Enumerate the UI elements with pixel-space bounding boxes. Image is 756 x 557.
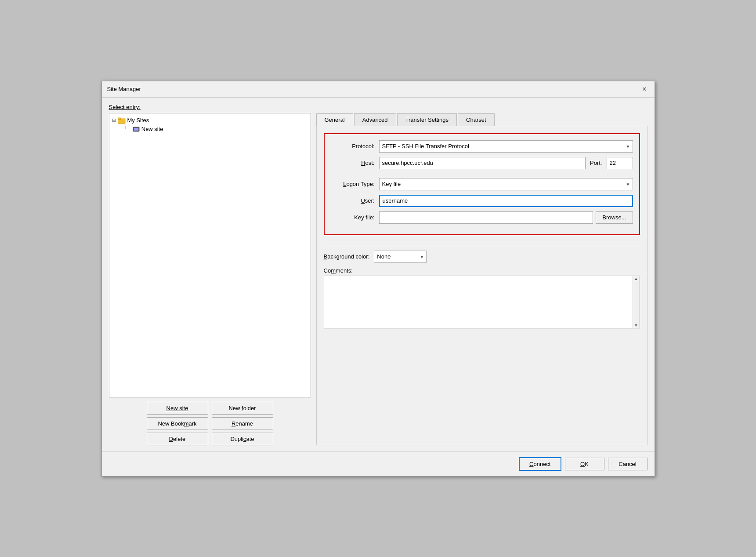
port-input[interactable] [607,157,633,169]
logon-type-row: Logon Type: Key file Normal Anonymous As… [331,178,633,190]
footer-buttons: Connect OK Cancel [102,451,655,476]
tab-content: Protocol: SFTP - SSH File Transfer Proto… [316,126,647,445]
bottom-buttons: New site New folder New Bookmark Rename [109,402,311,445]
new-bookmark-label: New Bookmark [158,420,196,427]
svg-rect-1 [118,118,121,120]
left-panel: ⊟ My Sites └─ [109,113,311,445]
user-input-wrapper [379,195,633,207]
tab-general[interactable]: General [316,113,353,126]
new-folder-button[interactable]: New folder [212,402,273,415]
right-panel: General Advanced Transfer Settings Chars… [316,113,647,445]
scrollbar: ▲ ▼ [633,276,640,328]
delete-label: Delete [169,436,186,442]
rename-label: Rename [232,420,253,427]
window-title: Site Manager [107,86,141,92]
new-bookmark-button[interactable]: New Bookmark [147,417,208,430]
tab-general-label: General [325,116,345,123]
delete-button[interactable]: Delete [147,433,208,445]
connect-label: Connect [529,461,550,467]
tree-expand-icon: ⊟ [112,117,116,123]
logon-type-label: Logon Type: [331,181,375,187]
tree-child-new-site[interactable]: └─ New site [124,125,308,134]
protocol-select[interactable]: SFTP - SSH File Transfer Protocol FTP FT… [379,140,633,153]
browse-button[interactable]: Browse... [596,211,633,224]
tab-charset-label: Charset [466,116,486,123]
tree-children: └─ New site [124,125,308,134]
ok-label: OK [580,461,589,467]
rename-button[interactable]: Rename [212,417,273,430]
user-row: User: [331,195,633,207]
protocol-label: Protocol: [331,143,375,149]
user-input[interactable] [379,195,633,207]
bg-color-label: Background color: [324,253,370,260]
duplicate-button[interactable]: Duplicate [212,433,273,445]
close-button[interactable]: × [640,85,649,94]
duplicate-label: Duplicate [230,436,254,442]
red-box: Protocol: SFTP - SSH File Transfer Proto… [324,133,640,235]
host-port-group: Port: [379,157,633,169]
tabs: General Advanced Transfer Settings Chars… [316,113,647,126]
connect-button[interactable]: Connect [519,457,561,471]
tab-advanced[interactable]: Advanced [354,113,396,126]
bg-color-row: Background color: None Red Green Blue Ye… [324,251,640,263]
user-label: User: [331,197,375,204]
comments-textarea[interactable] [324,276,633,328]
bg-color-select-wrapper: None Red Green Blue Yellow ▼ [374,251,427,263]
ok-button[interactable]: OK [565,458,604,470]
svg-rect-3 [134,128,138,131]
separator [324,246,640,246]
tree-connector-icon: └─ [124,126,130,132]
keyfile-input[interactable] [379,211,593,224]
host-row: Host: Port: [331,157,633,169]
tree-root-label: My Sites [127,117,149,124]
btn-row-3: Delete Duplicate [109,433,311,445]
logon-type-select[interactable]: Key file Normal Anonymous Ask for passwo… [379,178,633,190]
keyfile-input-group: Browse... [379,211,633,224]
new-folder-label: New folder [228,405,256,411]
cancel-label: Cancel [619,461,636,467]
scroll-down-icon[interactable]: ▼ [634,323,638,328]
window-body: Select entry: ⊟ My Sites [102,98,655,451]
keyfile-label: Key file: [331,214,375,221]
host-label: Host: [331,160,375,166]
tab-charset[interactable]: Charset [458,113,495,126]
select-entry-label: Select entry: [109,104,647,110]
tab-transfer-settings[interactable]: Transfer Settings [397,113,457,126]
btn-row-2: New Bookmark Rename [109,417,311,430]
port-label: Port: [590,160,602,166]
site-manager-window: Site Manager × Select entry: ⊟ [101,81,655,477]
folder-icon [118,117,126,124]
btn-row-1: New site New folder [109,402,311,415]
protocol-select-wrapper: SFTP - SSH File Transfer Protocol FTP FT… [379,140,633,153]
scroll-up-icon[interactable]: ▲ [634,277,638,281]
bg-color-select[interactable]: None Red Green Blue Yellow [374,251,427,263]
tree-root-item[interactable]: ⊟ My Sites [112,116,308,125]
main-content: ⊟ My Sites └─ [109,113,647,445]
protocol-row: Protocol: SFTP - SSH File Transfer Proto… [331,140,633,153]
keyfile-row: Key file: Browse... [331,211,633,224]
new-site-label: New site [166,405,188,411]
comments-box: ▲ ▼ [324,276,640,328]
tab-advanced-label: Advanced [362,116,388,123]
tree-box: ⊟ My Sites └─ [109,113,311,397]
new-site-button[interactable]: New site [147,402,208,415]
site-icon [133,126,140,133]
comments-label: Comments: [324,267,640,274]
host-input[interactable] [379,157,586,169]
title-bar: Site Manager × [102,81,655,98]
logon-type-select-wrapper: Key file Normal Anonymous Ask for passwo… [379,178,633,190]
tab-transfer-settings-label: Transfer Settings [405,116,449,123]
tree-child-label: New site [141,126,163,132]
cancel-button[interactable]: Cancel [608,458,647,470]
